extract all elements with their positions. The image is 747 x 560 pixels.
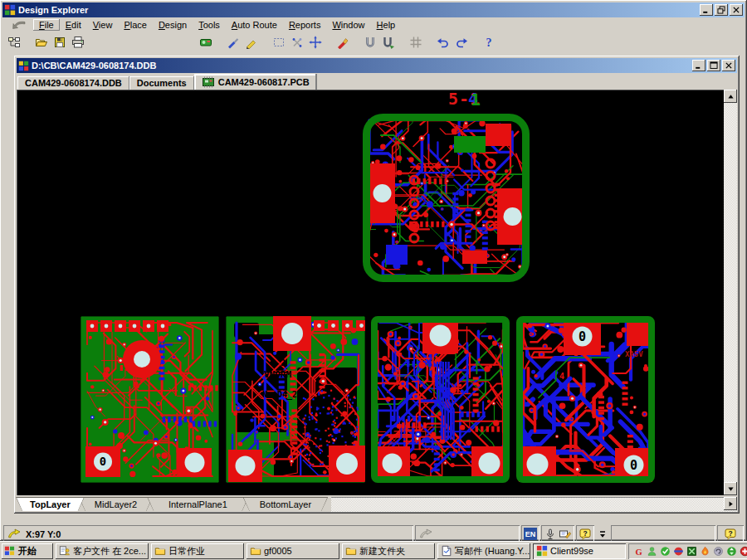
media-tray-icon[interactable]: [699, 545, 710, 557]
pcb-view-button[interactable]: [197, 33, 215, 51]
close-button[interactable]: [730, 4, 743, 16]
task-button-client99se[interactable]: Client99se: [533, 543, 626, 559]
wiring-tool-button[interactable]: [242, 33, 261, 51]
doc-tab-cam429-060817-pcb[interactable]: CAM429-060817.PCB: [194, 74, 317, 90]
cursor-coordinates: X:97 Y:0: [26, 529, 61, 539]
zoom-area-button[interactable]: [151, 33, 169, 51]
ime-help[interactable]: ?: [576, 525, 594, 543]
task-button-2ce[interactable]: 客户文件 在 2ce...: [56, 543, 149, 559]
help-button[interactable]: ?: [480, 33, 498, 51]
horizontal-scrollbar[interactable]: [331, 497, 737, 512]
language-bar-options[interactable]: [596, 525, 609, 543]
task-button-huang-y[interactable]: 写邮件 (Huang.Y...: [437, 543, 530, 559]
menu-item-place[interactable]: Place: [118, 19, 153, 31]
help-icon: ?: [482, 36, 496, 49]
menu-item-tools[interactable]: Tools: [193, 19, 226, 31]
doc-tab-label: CAM429-060817.PCB: [218, 77, 310, 87]
main-titlebar: Design Explorer: [2, 2, 745, 17]
download-tray-icon[interactable]: G: [632, 545, 644, 557]
zoom-points-button[interactable]: [169, 33, 188, 51]
layer-tab-midlayer2[interactable]: MidLayer2: [79, 497, 153, 511]
task-button-[interactable]: 日常作业: [151, 543, 244, 559]
undo-button[interactable]: [434, 33, 452, 51]
layer-tab-toplayer[interactable]: TopLayer: [16, 497, 85, 511]
doc-tab-cam429-0608174-ddb[interactable]: CAM429-0608174.DDB: [17, 76, 129, 90]
design-manager-toggle-button[interactable]: [5, 33, 23, 51]
zoom-out-button[interactable]: [115, 33, 133, 51]
antivirus-tray-icon[interactable]: [659, 545, 671, 557]
layer-tabs: TopLayerMidLayer2InternalPlane1BottomLay…: [17, 497, 328, 512]
pcb-canvas[interactable]: 02VNORMNetD4_2004XA5V4 5-141: [17, 90, 724, 495]
menu-item-auto-route[interactable]: Auto Route: [226, 19, 283, 31]
cross-probe-button[interactable]: [288, 33, 306, 51]
language-indicator[interactable]: EN: [521, 525, 540, 543]
task-button-gf0005[interactable]: gf0005: [247, 543, 339, 559]
menu-item-window[interactable]: Window: [326, 19, 370, 31]
status-arrow-yellow-icon: [7, 528, 21, 541]
snap-grid-button[interactable]: [407, 33, 425, 51]
board-top: [363, 114, 530, 282]
zoom-in-icon: [99, 36, 112, 49]
move-object-button[interactable]: [306, 33, 325, 51]
scroll-up-button[interactable]: [724, 90, 737, 103]
help-balloon-icon[interactable]: ?: [579, 528, 592, 541]
zoom-window-icon: [135, 36, 149, 49]
knife-button[interactable]: [224, 33, 242, 51]
print-button[interactable]: [69, 33, 87, 51]
selection-box-button[interactable]: [270, 33, 288, 51]
pcb-document-icon: [202, 75, 215, 89]
doc-maximize-button[interactable]: [707, 60, 720, 71]
save-button[interactable]: [51, 33, 69, 51]
menu-item-design[interactable]: Design: [153, 19, 193, 31]
sync-tray-icon[interactable]: [725, 545, 737, 557]
taskbar: 开始 客户文件 在 2ce...日常作业gf0005新建文件夹写邮件 (Huan…: [0, 541, 747, 560]
print-icon: [71, 36, 85, 49]
scroll-right-button[interactable]: [724, 497, 737, 510]
security-tray-icon[interactable]: [739, 545, 747, 557]
undo-icon: [437, 36, 450, 49]
doc-minimize-button[interactable]: [692, 60, 706, 71]
status-arrow-gray-icon: [419, 528, 432, 541]
menu-item-edit[interactable]: Edit: [60, 19, 87, 31]
redo-button[interactable]: [452, 33, 471, 51]
layer-tab-bottomlayer[interactable]: BottomLayer: [243, 497, 329, 511]
highlight-net-button[interactable]: [334, 33, 352, 51]
layer-tab-internalplane1[interactable]: InternalPlane1: [147, 497, 248, 511]
scroll-down-button[interactable]: [724, 482, 737, 495]
zoom-in-button[interactable]: [96, 33, 115, 51]
minimize-button[interactable]: [700, 4, 713, 16]
open-document-button[interactable]: [32, 33, 51, 51]
status-help-button[interactable]: ?: [717, 525, 744, 543]
redo-icon: [455, 36, 468, 49]
start-button[interactable]: 开始: [2, 543, 53, 559]
messenger-tray-icon[interactable]: [672, 545, 684, 557]
menu-item-file[interactable]: File: [33, 19, 60, 31]
task-label: Client99se: [550, 546, 593, 556]
menu-item-help[interactable]: Help: [371, 19, 402, 31]
language-en-badge[interactable]: EN: [524, 528, 537, 540]
library-browse-icon: [382, 36, 395, 49]
menu-item-reports[interactable]: Reports: [283, 19, 327, 31]
pen-pad-icon[interactable]: [559, 528, 572, 541]
library-browse-button[interactable]: [379, 33, 398, 51]
microphone-icon[interactable]: [544, 528, 557, 541]
doc-tab-documents[interactable]: Documents: [129, 76, 194, 90]
im-user-tray-icon[interactable]: [646, 545, 657, 557]
restore-button[interactable]: [715, 4, 728, 16]
document-titlebar: D:\CB\CAM429-0608174.DDB: [17, 58, 737, 73]
vertical-scroll-track[interactable]: [724, 103, 737, 482]
doc-close-button[interactable]: [722, 60, 735, 71]
ime-tools[interactable]: [541, 525, 574, 543]
menu-item-view[interactable]: View: [87, 19, 119, 31]
update-tray-icon[interactable]: [712, 545, 724, 557]
svg-text:?: ?: [728, 528, 732, 537]
thunder-tray-icon[interactable]: [686, 545, 697, 557]
save-icon: [53, 36, 66, 49]
library-button[interactable]: [361, 33, 379, 51]
vertical-scrollbar[interactable]: [724, 90, 737, 495]
zoom-window-button[interactable]: [133, 33, 151, 51]
knife-icon: [227, 36, 240, 49]
svg-text:?: ?: [583, 528, 587, 537]
task-button-[interactable]: 新建文件夹: [342, 543, 435, 559]
zoom-points-icon: [172, 36, 185, 49]
